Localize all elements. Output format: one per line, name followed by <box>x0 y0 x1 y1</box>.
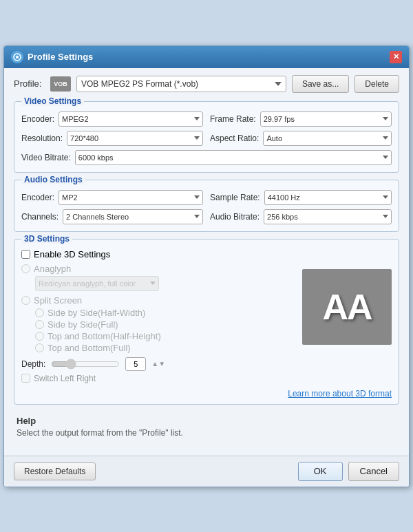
threed-left: Anaglyph Red/cyan anaglyph, full color S… <box>21 264 295 383</box>
learn-more-link[interactable]: Learn more about 3D format <box>288 389 392 398</box>
audio-settings-section: Audio Settings Encoder: MP2 Sample Rate:… <box>14 180 399 232</box>
side-by-side-half-row: Side by Side(Half-Width) <box>35 308 295 318</box>
audio-settings-title: Audio Settings <box>21 175 85 184</box>
video-bitrate-select[interactable]: 6000 kbps <box>75 150 392 165</box>
aspect-ratio-select[interactable]: Auto <box>263 131 392 146</box>
app-icon <box>11 51 23 63</box>
top-bottom-half-row: Top and Bottom(Half-Height) <box>35 331 295 341</box>
resolution-label: Resolution: <box>21 134 63 143</box>
footer: Restore Defaults OK Cancel <box>4 456 409 487</box>
video-settings-title: Video Settings <box>21 96 84 106</box>
svg-point-1 <box>16 56 19 58</box>
threed-settings-title: 3D Settings <box>21 234 72 244</box>
switch-label: Switch Left Right <box>34 374 96 383</box>
profile-row: Profile: VOB VOB MPEG2 PS Format (*.vob)… <box>14 75 399 93</box>
preview-text: AA <box>322 286 371 328</box>
resolution-field: Resolution: 720*480 <box>21 131 203 146</box>
audio-bitrate-select[interactable]: 256 kbps <box>264 209 392 224</box>
profile-label: Profile: <box>14 78 45 89</box>
profile-icon-text: VOB <box>54 81 67 87</box>
video-fields-grid: Encoder: MPEG2 Frame Rate: 29.97 fps Res… <box>21 111 392 146</box>
sample-rate-select[interactable]: 44100 Hz <box>264 190 392 205</box>
side-by-side-half-label: Side by Side(Half-Width) <box>47 308 145 318</box>
switch-row: Switch Left Right <box>21 374 295 383</box>
help-title: Help <box>17 416 396 426</box>
save-as-button[interactable]: Save as... <box>292 75 349 93</box>
anaglyph-radio-row: Anaglyph <box>21 264 295 274</box>
split-screen-label: Split Screen <box>34 295 82 306</box>
help-text: Select the output format from the "Profi… <box>17 428 396 438</box>
footer-right: OK Cancel <box>298 462 399 481</box>
framerate-label: Frame Rate: <box>210 114 256 124</box>
ok-button[interactable]: OK <box>298 462 343 481</box>
sample-rate-label: Sample Rate: <box>210 193 260 202</box>
framerate-field: Frame Rate: 29.97 fps <box>210 111 392 127</box>
video-bitrate-label: Video Bitrate: <box>21 153 71 162</box>
encoder-select[interactable]: MPEG2 <box>59 111 203 127</box>
dialog-body: Profile: VOB VOB MPEG2 PS Format (*.vob)… <box>4 68 409 456</box>
profile-icon: VOB <box>50 76 71 92</box>
enable-3d-row: Enable 3D Settings <box>21 249 392 259</box>
audio-bitrate-field: Audio Bitrate: 256 kbps <box>210 209 392 224</box>
side-by-side-full-label: Side by Side(Full) <box>47 319 118 330</box>
channels-field: Channels: 2 Channels Stereo <box>21 209 203 224</box>
framerate-select[interactable]: 29.97 fps <box>260 111 392 127</box>
side-by-side-full-row: Side by Side(Full) <box>35 319 295 330</box>
cancel-button[interactable]: Cancel <box>348 462 399 481</box>
depth-spinner-icon: ▲▼ <box>151 360 165 368</box>
depth-input[interactable] <box>125 357 146 371</box>
top-bottom-half-label: Top and Bottom(Half-Height) <box>47 331 161 341</box>
switch-checkbox[interactable] <box>21 374 30 383</box>
title-bar-left: Profile Settings <box>11 51 93 63</box>
side-by-side-half-radio[interactable] <box>35 308 44 317</box>
channels-label: Channels: <box>21 212 59 222</box>
restore-defaults-button[interactable]: Restore Defaults <box>14 462 96 480</box>
anaglyph-radio[interactable] <box>21 264 30 273</box>
top-bottom-full-row: Top and Bottom(Full) <box>35 343 295 353</box>
aspect-ratio-field: Aspect Ratio: Auto <box>210 131 392 146</box>
enable-3d-label: Enable 3D Settings <box>34 249 110 259</box>
depth-label: Depth: <box>21 359 45 369</box>
audio-bitrate-label: Audio Bitrate: <box>210 212 260 222</box>
dialog-title: Profile Settings <box>28 52 93 62</box>
anaglyph-select[interactable]: Red/cyan anaglyph, full color <box>35 276 159 291</box>
audio-encoder-select[interactable]: MP2 <box>59 190 203 205</box>
audio-encoder-field: Encoder: MP2 <box>21 190 203 205</box>
sample-rate-field: Sample Rate: 44100 Hz <box>210 190 392 205</box>
audio-encoder-label: Encoder: <box>21 193 54 202</box>
channels-select[interactable]: 2 Channels Stereo <box>63 209 203 224</box>
top-bottom-full-label: Top and Bottom(Full) <box>47 343 131 353</box>
profile-settings-dialog: Profile Settings ✕ Profile: VOB VOB MPEG… <box>3 45 410 487</box>
close-button[interactable]: ✕ <box>390 51 402 63</box>
delete-button[interactable]: Delete <box>354 75 399 93</box>
encoder-label: Encoder: <box>21 114 54 124</box>
threed-content: Anaglyph Red/cyan anaglyph, full color S… <box>21 264 392 383</box>
top-bottom-half-radio[interactable] <box>35 332 44 341</box>
side-by-side-full-radio[interactable] <box>35 320 44 329</box>
depth-slider[interactable] <box>51 359 120 370</box>
audio-fields-grid: Encoder: MP2 Sample Rate: 44100 Hz Chann… <box>21 190 392 224</box>
aspect-ratio-label: Aspect Ratio: <box>210 134 259 143</box>
video-settings-section: Video Settings Encoder: MPEG2 Frame Rate… <box>14 101 399 173</box>
video-bitrate-row: Video Bitrate: 6000 kbps <box>21 150 392 165</box>
enable-3d-checkbox[interactable] <box>21 250 30 259</box>
resolution-select[interactable]: 720*480 <box>67 131 203 146</box>
encoder-field: Encoder: MPEG2 <box>21 111 203 127</box>
title-bar: Profile Settings ✕ <box>4 46 409 68</box>
threed-preview: AA <box>302 269 392 345</box>
top-bottom-full-radio[interactable] <box>35 343 44 352</box>
threed-settings-section: 3D Settings Enable 3D Settings Anaglyph … <box>14 239 399 405</box>
help-section: Help Select the output format from the "… <box>14 412 399 442</box>
split-screen-row: Split Screen <box>21 295 295 306</box>
split-screen-radio[interactable] <box>21 296 30 305</box>
anaglyph-label: Anaglyph <box>34 264 71 274</box>
depth-row: Depth: ▲▼ <box>21 357 295 371</box>
profile-select[interactable]: VOB MPEG2 PS Format (*.vob) <box>76 76 286 92</box>
